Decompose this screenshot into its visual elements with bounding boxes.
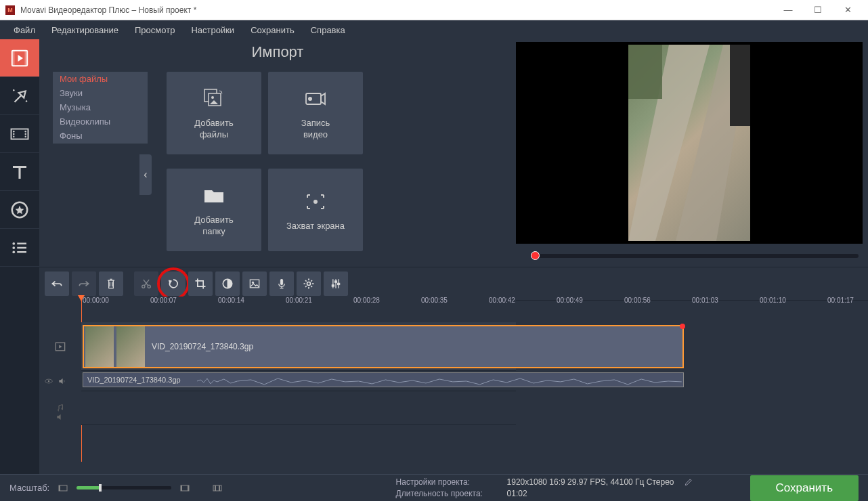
- speaker-icon[interactable]: [58, 376, 67, 386]
- record-video-button[interactable]: Записьвидео: [268, 72, 363, 154]
- svg-marker-39: [59, 345, 62, 348]
- tool-sidebar: [0, 39, 39, 501]
- zoom-fit-icon[interactable]: [212, 483, 223, 494]
- camera-icon: [301, 85, 330, 112]
- crop-button[interactable]: [188, 271, 213, 296]
- svg-marker-14: [16, 205, 24, 214]
- svg-rect-49: [219, 485, 220, 491]
- svg-rect-48: [215, 485, 216, 491]
- tool-titles[interactable]: [0, 153, 39, 191]
- rotate-button[interactable]: [161, 271, 186, 296]
- delete-button[interactable]: [99, 271, 123, 296]
- status-bar: Масштаб: Настройки проекта: 1920x1080 16…: [0, 474, 868, 501]
- category-my-files[interactable]: Мои файлы: [53, 72, 148, 86]
- svg-point-12: [25, 135, 27, 137]
- menu-settings[interactable]: Настройки: [183, 21, 242, 39]
- project-duration-label: Длительность проекта:: [396, 489, 498, 498]
- svg-rect-52: [730, 45, 750, 126]
- music-track[interactable]: [81, 391, 516, 425]
- menu-edit[interactable]: Редактирование: [43, 21, 127, 39]
- video-clip-name: VID_20190724_173840.3gp: [152, 342, 253, 351]
- timeline-ruler[interactable]: 00:00:00 00:00:07 00:00:14 00:00:21 00:0…: [39, 297, 516, 313]
- svg-point-17: [12, 246, 15, 249]
- svg-point-25: [308, 97, 312, 101]
- category-sounds[interactable]: Звуки: [53, 86, 148, 100]
- svg-rect-37: [338, 283, 340, 285]
- video-track[interactable]: VID_20190724_173840.3gp: [81, 322, 516, 371]
- tool-stickers[interactable]: [0, 191, 39, 229]
- svg-rect-45: [181, 485, 182, 491]
- folder-icon: [199, 182, 229, 209]
- clip-thumbnail: [116, 326, 145, 367]
- zoom-slider[interactable]: [77, 486, 171, 489]
- menu-view[interactable]: Просмотр: [127, 21, 183, 39]
- svg-rect-18: [17, 246, 26, 248]
- svg-point-19: [12, 250, 15, 253]
- preview-video[interactable]: [516, 42, 863, 244]
- project-info: Настройки проекта: 1920x1080 16:9 29.97 …: [396, 477, 693, 498]
- microphone-button[interactable]: [269, 271, 294, 296]
- svg-rect-43: [59, 485, 60, 491]
- ruler-tick: 00:00:21: [286, 297, 312, 304]
- picture-button[interactable]: [242, 271, 267, 296]
- zoom-in-icon[interactable]: [179, 483, 190, 494]
- svg-rect-2: [25, 50, 28, 66]
- undo-button[interactable]: [45, 271, 69, 296]
- video-track-icon: [53, 340, 67, 353]
- color-adjust-button[interactable]: [215, 271, 240, 296]
- save-button[interactable]: Сохранить: [750, 475, 859, 501]
- category-backgrounds[interactable]: Фоны: [53, 129, 148, 143]
- tool-more[interactable]: [0, 229, 39, 267]
- svg-point-10: [25, 131, 27, 133]
- clip-end-handle[interactable]: [680, 324, 685, 329]
- project-settings-value: 1920x1080 16:9 29.97 FPS, 44100 Гц Стере…: [507, 477, 674, 487]
- clip-thumbnail: [85, 326, 114, 367]
- preview-position-slider[interactable]: [525, 249, 859, 263]
- eye-icon[interactable]: [44, 376, 53, 386]
- edit-icon[interactable]: [684, 477, 693, 487]
- zoom-out-icon[interactable]: [58, 483, 68, 494]
- audio-clip[interactable]: VID_20190724_173840.3gp: [83, 372, 684, 387]
- category-list: Мои файлы Звуки Музыка Видеоклипы Фоны: [53, 72, 148, 144]
- screen-capture-button[interactable]: Захват экрана: [268, 169, 363, 251]
- redo-button[interactable]: [72, 271, 96, 296]
- screen-capture-label: Захват экрана: [286, 221, 345, 232]
- settings-button[interactable]: [297, 271, 321, 296]
- equalizer-button[interactable]: [324, 271, 348, 296]
- audio-track[interactable]: VID_20190724_173840.3gp: [81, 371, 516, 391]
- svg-rect-20: [17, 251, 26, 253]
- ruler-tick: 00:00:28: [353, 297, 380, 304]
- maximize-button[interactable]: ☐: [803, 0, 833, 20]
- edit-toolbar: [39, 267, 868, 301]
- ruler-tick: 00:01:10: [760, 297, 786, 304]
- preview-position-handle[interactable]: [531, 251, 540, 260]
- cut-button[interactable]: [134, 271, 158, 296]
- svg-point-27: [142, 285, 145, 288]
- tool-filters[interactable]: [0, 77, 39, 115]
- collapse-panel-button[interactable]: ‹: [139, 154, 152, 195]
- svg-rect-46: [188, 485, 189, 491]
- waveform: [197, 376, 682, 387]
- menu-help[interactable]: Справка: [303, 21, 353, 39]
- svg-point-4: [13, 89, 15, 91]
- zoom-label: Масштаб:: [9, 483, 49, 493]
- video-clip[interactable]: VID_20190724_173840.3gp: [83, 325, 684, 368]
- tool-transitions[interactable]: [0, 115, 39, 153]
- add-files-label: Добавитьфайлы: [194, 118, 233, 141]
- import-title: Импорт: [39, 43, 516, 61]
- add-files-button[interactable]: Добавитьфайлы: [167, 72, 261, 154]
- menubar: Файл Редактирование Просмотр Настройки С…: [0, 20, 868, 39]
- menu-save[interactable]: Сохранить: [242, 21, 303, 39]
- category-videoclips[interactable]: Видеоклипы: [53, 114, 148, 129]
- add-folder-button[interactable]: Добавитьпапку: [167, 169, 261, 251]
- minimize-button[interactable]: —: [773, 0, 803, 20]
- category-music[interactable]: Музыка: [53, 100, 148, 114]
- tool-import[interactable]: [0, 39, 39, 77]
- menu-file[interactable]: Файл: [5, 21, 43, 39]
- close-button[interactable]: ✕: [833, 0, 863, 20]
- titlebar: M Movavi Видеоредактор Плюс – Новый прое…: [0, 0, 868, 20]
- speaker-icon[interactable]: [56, 412, 65, 422]
- project-duration-value: 01:02: [507, 489, 527, 498]
- add-folder-label: Добавитьпапку: [194, 215, 233, 238]
- svg-rect-33: [280, 279, 282, 284]
